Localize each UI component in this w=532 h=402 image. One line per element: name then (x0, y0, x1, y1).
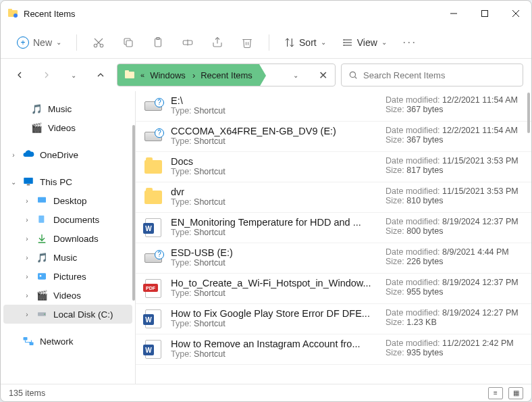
list-item[interactable]: How to Remove an Instagram Account fro..… (136, 334, 531, 365)
separator (76, 34, 77, 51)
svg-rect-36 (30, 343, 34, 346)
file-list: E:\ Type: Shortcut Date modified: 12/2/2… (136, 91, 531, 384)
svg-rect-31 (38, 273, 46, 279)
expand-icon[interactable]: › (22, 291, 32, 300)
view-button[interactable]: View ⌄ (336, 33, 394, 52)
up-button[interactable] (90, 64, 111, 86)
item-side: Date modified: 8/9/2021 4:44 PM Size: 22… (385, 247, 521, 266)
svg-rect-11 (126, 41, 132, 47)
expand-icon[interactable]: › (22, 215, 32, 224)
file-icon (142, 95, 164, 117)
expand-icon[interactable]: › (9, 150, 18, 159)
music-icon: 🎵 (30, 103, 43, 115)
list-item[interactable]: EN_Monitoring Temperature for HDD and ..… (136, 213, 531, 243)
sidebar-item-videos[interactable]: 🎬Videos (3, 118, 132, 137)
new-button[interactable]: + New ⌄ (10, 32, 68, 53)
breadcrumb-active: « Windows› Recent Items (117, 64, 259, 86)
tab-close-button[interactable]: ✕ (315, 67, 331, 83)
file-icon (142, 247, 164, 269)
sidebar-item-documents[interactable]: ›Documents (3, 210, 132, 229)
list-item[interactable]: Docs Type: Shortcut Date modified: 11/15… (136, 152, 531, 182)
content-area: 🎵Music 🎬Videos ›OneDrive ⌄This PC ›Deskt… (1, 91, 531, 384)
toolbar: + New ⌄ Sort ⌄ View ⌄ ··· (1, 26, 531, 59)
sidebar-item-network[interactable]: Network (3, 332, 132, 351)
more-button[interactable]: ··· (396, 30, 423, 55)
address-row: ⌄ « Windows› Recent Items ⌄ ✕ Search Rec… (1, 59, 531, 91)
expand-icon[interactable]: › (22, 272, 32, 281)
downloads-icon (36, 232, 48, 245)
item-side: Date modified: 8/19/2024 12:27 PM Size: … (385, 308, 521, 327)
network-icon (22, 335, 34, 347)
list-item[interactable]: ESD-USB (E:) Type: Shortcut Date modifie… (136, 243, 531, 274)
copy-button[interactable] (115, 30, 142, 55)
expand-icon[interactable]: › (22, 309, 32, 319)
recent-locations-button[interactable]: ⌄ (63, 64, 84, 86)
window-controls (438, 1, 531, 26)
file-icon (142, 156, 164, 178)
list-item[interactable]: Ho_to_Create_a_Wi-Fi_Hotspot_in_Window..… (136, 274, 531, 304)
address-bar[interactable]: « Windows› Recent Items ⌄ ✕ (117, 64, 336, 86)
item-name: How to Fix Google Play Store Error DF DF… (171, 308, 379, 319)
search-input[interactable]: Search Recent Items (341, 64, 523, 86)
videos-icon: 🎬 (36, 289, 48, 301)
sidebar-item-pictures[interactable]: ›Pictures (3, 267, 132, 286)
sidebar-item-downloads[interactable]: ›Downloads (3, 229, 132, 248)
expand-icon[interactable]: › (22, 253, 32, 262)
list-item[interactable]: dvr Type: Shortcut Date modified: 11/15/… (136, 182, 531, 213)
list-item[interactable]: How to Fix Google Play Store Error DF DF… (136, 304, 531, 334)
close-button[interactable] (500, 1, 531, 26)
search-icon (348, 70, 358, 80)
item-type: Type: Shortcut (171, 288, 379, 298)
sidebar-item-videos2[interactable]: ›🎬Videos (3, 286, 132, 305)
sidebar-item-localdisk[interactable]: ›Local Disk (C:) (3, 305, 132, 324)
expand-icon[interactable]: › (22, 196, 32, 205)
file-icon (142, 217, 164, 238)
svg-rect-23 (125, 72, 134, 78)
breadcrumb-seg[interactable]: Recent Items (201, 70, 252, 80)
documents-icon (36, 213, 48, 226)
item-type: Type: Shortcut (171, 258, 379, 268)
item-name: dvr (171, 186, 379, 197)
file-icon (142, 186, 164, 208)
item-name: CCCOMA_X64FRE_EN-GB_DV9 (E:) (171, 126, 379, 136)
videos-icon: 🎬 (30, 122, 43, 134)
back-button[interactable] (9, 64, 30, 86)
new-label: New (33, 37, 52, 48)
details-view-toggle[interactable]: ≡ (488, 387, 503, 399)
delete-button[interactable] (234, 30, 261, 55)
svg-point-22 (343, 45, 344, 45)
sort-label: Sort (299, 37, 317, 48)
item-body: CCCOMA_X64FRE_EN-GB_DV9 (E:) Type: Short… (171, 126, 379, 146)
breadcrumb-dropdown[interactable]: ⌄ (288, 67, 304, 83)
share-button[interactable] (204, 30, 231, 55)
item-body: Docs Type: Shortcut (171, 156, 379, 176)
list-item[interactable]: CCCOMA_X64FRE_EN-GB_DV9 (E:) Type: Short… (136, 122, 531, 152)
sidebar-item-desktop[interactable]: ›Desktop (3, 191, 132, 210)
sort-button[interactable]: Sort ⌄ (277, 33, 333, 52)
rename-button[interactable] (174, 30, 201, 55)
breadcrumb-seg[interactable]: Windows› (150, 70, 195, 80)
svg-rect-30 (38, 216, 44, 223)
svg-point-32 (40, 275, 42, 277)
item-name: How to Remove an Instagram Account fro..… (171, 338, 379, 349)
sidebar-item-onedrive[interactable]: ›OneDrive (3, 145, 132, 164)
svg-rect-1 (8, 9, 12, 11)
sidebar-item-music[interactable]: 🎵Music (3, 99, 132, 118)
paste-button[interactable] (144, 30, 171, 55)
collapse-icon[interactable]: ⌄ (9, 177, 18, 186)
tiles-view-toggle[interactable]: ▦ (508, 387, 523, 399)
list-item[interactable]: E:\ Type: Shortcut Date modified: 12/2/2… (136, 91, 531, 122)
sidebar-item-music2[interactable]: ›🎵Music (3, 248, 132, 267)
expand-icon[interactable]: › (22, 234, 32, 243)
cut-button[interactable] (85, 30, 112, 55)
nav-sidebar: 🎵Music 🎬Videos ›OneDrive ⌄This PC ›Deskt… (1, 91, 136, 384)
forward-button[interactable] (36, 64, 57, 86)
sidebar-item-thispc[interactable]: ⌄This PC (3, 172, 132, 191)
minimize-button[interactable] (438, 1, 469, 26)
maximize-button[interactable] (469, 1, 500, 26)
main-scrollbar[interactable] (527, 93, 530, 133)
view-label: View (357, 37, 377, 48)
item-side: Date modified: 11/15/2021 3:53 PM Size: … (385, 156, 521, 175)
window-title: Recent Items (24, 9, 76, 19)
sidebar-scrollbar[interactable] (132, 125, 135, 301)
